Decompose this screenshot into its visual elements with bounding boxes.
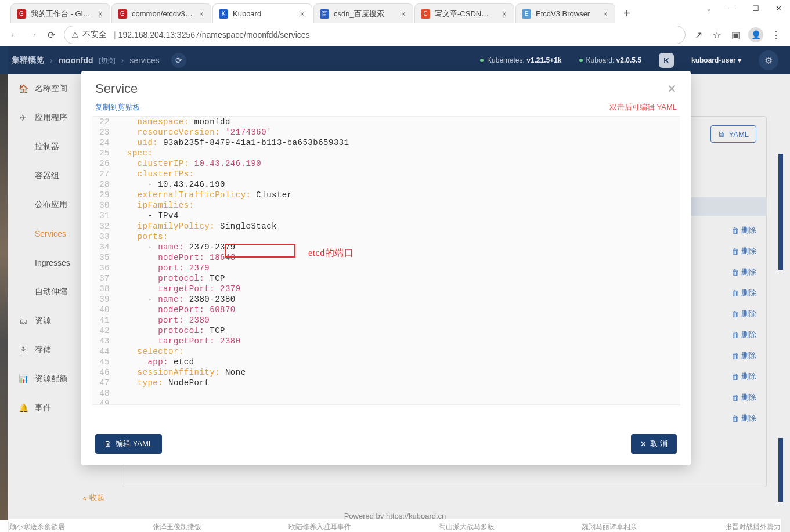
annotation-red-box <box>225 244 295 258</box>
code-line: 38 targetPort: 2379 <box>92 284 680 294</box>
window-close-icon[interactable]: ✕ <box>775 4 782 13</box>
code-line: 23 resourceVersion: '2174360' <box>92 127 680 137</box>
tab-label: EtcdV3 Browser <box>536 9 597 18</box>
share-icon[interactable]: ↗ <box>692 30 704 41</box>
os-headlines-strip: 顾小寒送杀食欲居张泽王俊凯撒饭欧陆修养入驻耳事件蜀山派大战马多毅魏翔马丽谭卓相亲… <box>9 519 781 532</box>
tab-label: 写文章-CSDN博客 <box>435 9 496 19</box>
annotation-text: etcd的端口 <box>308 247 353 259</box>
tab-close-icon[interactable]: × <box>400 9 407 19</box>
code-line: 43 targetPort: 2380 <box>92 336 680 346</box>
address-row: ← → ⟳ ⚠ 不安全 | 192.168.204.13:32567/names… <box>0 23 790 46</box>
code-line: 27 clusterIPs: <box>92 169 680 179</box>
insecure-warning-icon: ⚠ <box>71 30 79 39</box>
cancel-button[interactable]: ✕ 取 消 <box>631 434 677 454</box>
browser-tab-1[interactable]: Gcommon/etcdv3-br× <box>111 3 211 23</box>
code-line: 22 namespace: moonfdd <box>92 117 680 127</box>
code-line: 26 clusterIP: 10.43.246.190 <box>92 158 680 169</box>
headline-item[interactable]: 张晋对战播外势力 <box>725 522 781 532</box>
window-maximize-icon[interactable]: ☐ <box>752 4 759 13</box>
favicon: C <box>421 9 430 19</box>
browser-tabs-row: G我的工作台 - Gitee.c×Gcommon/etcdv3-br×KKubo… <box>0 0 790 23</box>
headline-item[interactable]: 魏翔马丽谭卓相亲 <box>582 522 637 532</box>
yaml-code-area[interactable]: 22 namespace: moonfdd23 resourceVersion:… <box>92 116 680 405</box>
code-line: 25 spec: <box>92 148 680 158</box>
edit-icon: 🗎 <box>104 440 112 448</box>
code-line: 46 sessionAffinity: None <box>92 367 680 378</box>
tab-close-icon[interactable]: × <box>299 9 306 19</box>
new-tab-button[interactable]: + <box>616 7 637 20</box>
code-line: 28 - 10.43.246.190 <box>92 179 680 190</box>
code-line: 44 selector: <box>92 346 680 357</box>
headline-item[interactable]: 蜀山派大战马多毅 <box>439 522 495 532</box>
service-yaml-modal: Service ✕ 复制到剪贴板 双击后可编辑 YAML 22 namespac… <box>81 71 691 465</box>
tab-label: csdn_百度搜索 <box>334 9 395 19</box>
code-line: 40 nodePort: 60870 <box>92 305 680 315</box>
address-bar[interactable]: ⚠ 不安全 | 192.168.204.13:32567/namespace/m… <box>64 26 686 44</box>
favicon: K <box>219 9 228 19</box>
browser-tab-5[interactable]: EEtcdV3 Browser× <box>515 3 615 23</box>
browser-tab-4[interactable]: C写文章-CSDN博客× <box>414 3 514 23</box>
window-dropdown-icon[interactable]: ⌄ <box>706 4 712 13</box>
code-line: 48 <box>92 388 680 399</box>
code-line: 32 ipFamilyPolicy: SingleStack <box>92 221 680 231</box>
headline-item[interactable]: 欧陆修养入驻耳事件 <box>288 522 351 532</box>
forward-icon[interactable]: → <box>27 30 38 40</box>
tab-close-icon[interactable]: × <box>602 9 609 19</box>
desktop-sliver <box>0 74 8 520</box>
tab-label: common/etcdv3-br <box>132 9 193 18</box>
edit-yaml-button[interactable]: 🗎 编辑 YAML <box>95 434 162 454</box>
copy-to-clipboard-link[interactable]: 复制到剪贴板 <box>95 102 140 113</box>
code-line: 47 type: NodePort <box>92 378 680 388</box>
browser-chrome: ⌄ — ☐ ✕ G我的工作台 - Gitee.c×Gcommon/etcdv3-… <box>0 0 790 46</box>
code-line: 30 ipFamilies: <box>92 200 680 211</box>
back-icon[interactable]: ← <box>8 30 20 40</box>
insecure-label: 不安全 <box>82 30 107 40</box>
code-line: 33 ports: <box>92 231 680 242</box>
code-line: 39 - name: 2380-2380 <box>92 294 680 305</box>
double-click-edit-hint[interactable]: 双击后可编辑 YAML <box>609 102 677 113</box>
window-minimize-icon[interactable]: — <box>728 4 736 13</box>
code-line: 42 protocol: TCP <box>92 325 680 336</box>
tab-label: 我的工作台 - Gitee.c <box>31 9 92 19</box>
close-icon[interactable]: ✕ <box>667 82 677 96</box>
code-line: 29 externalTrafficPolicy: Cluster <box>92 190 680 200</box>
code-line: 24 uid: 93ab235f-8479-41a1-b113-ba653b65… <box>92 137 680 148</box>
code-line: 34 - name: 2379-2379 <box>92 242 680 252</box>
headline-item[interactable]: 张泽王俊凯撒饭 <box>153 522 201 532</box>
browser-tab-0[interactable]: G我的工作台 - Gitee.c× <box>10 3 110 23</box>
code-line: 36 port: 2379 <box>92 263 680 273</box>
favicon: G <box>118 9 127 19</box>
favicon: 百 <box>320 9 329 19</box>
extensions-icon[interactable]: ▣ <box>730 30 741 41</box>
tab-close-icon[interactable]: × <box>198 9 205 19</box>
tab-close-icon[interactable]: × <box>97 9 104 19</box>
profile-avatar-icon[interactable]: 👤 <box>748 27 763 42</box>
url-text: 192.168.204.13:32567/namespace/moonfdd/s… <box>118 30 310 39</box>
code-line: 49 <box>92 399 680 405</box>
kebab-menu-icon[interactable]: ⋮ <box>770 30 782 41</box>
code-line: 35 nodePort: 18643 <box>92 252 680 263</box>
headline-item[interactable]: 顾小寒送杀食欲居 <box>9 522 65 532</box>
tab-label: Kuboard <box>233 9 294 18</box>
favicon: G <box>17 9 26 19</box>
code-line: 41 port: 2380 <box>92 315 680 325</box>
code-line: 31 - IPv4 <box>92 211 680 221</box>
tab-close-icon[interactable]: × <box>501 9 508 19</box>
modal-title: Service <box>95 81 138 96</box>
browser-tab-2[interactable]: KKuboard× <box>212 3 312 23</box>
browser-tab-3[interactable]: 百csdn_百度搜索× <box>313 3 413 23</box>
favicon: E <box>522 9 531 19</box>
x-icon: ✕ <box>640 440 647 448</box>
code-line: 45 app: etcd <box>92 357 680 367</box>
reload-icon[interactable]: ⟳ <box>45 30 57 41</box>
bookmark-star-icon[interactable]: ☆ <box>711 30 723 41</box>
code-line: 37 protocol: TCP <box>92 273 680 284</box>
